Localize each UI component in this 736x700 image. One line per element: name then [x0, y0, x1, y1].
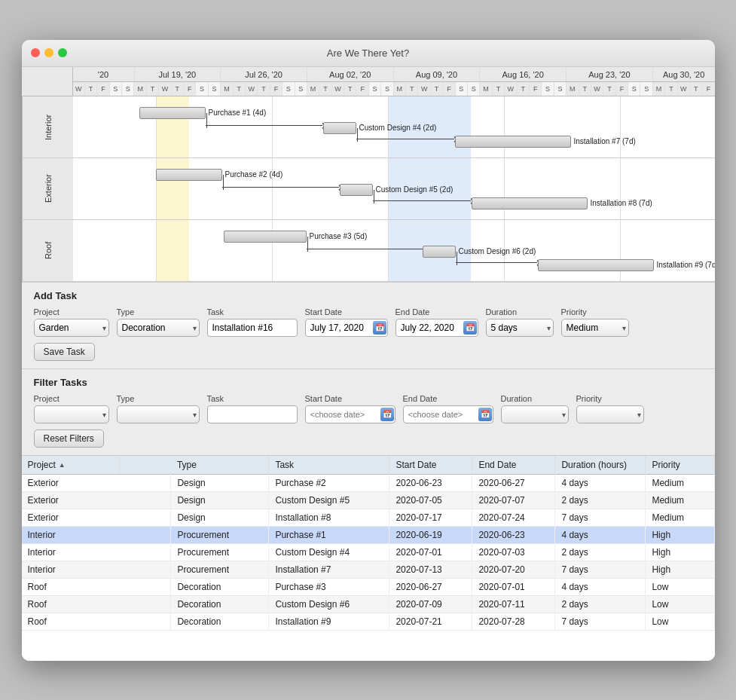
- week-label-4: Aug 09, '20: [394, 67, 481, 81]
- maximize-button[interactable]: [58, 48, 67, 57]
- type-select-wrapper[interactable]: Decoration Design Procurement: [117, 319, 200, 337]
- priority-select-wrapper[interactable]: Low Medium High: [561, 319, 629, 337]
- col-task[interactable]: Task: [269, 456, 389, 475]
- filter-task-group: Task: [207, 394, 298, 423]
- project-select[interactable]: Garden Interior Exterior Roof: [34, 319, 109, 337]
- filter-priority-select[interactable]: [576, 405, 644, 423]
- filter-project-select[interactable]: [34, 405, 109, 423]
- table-row: ExteriorDesignCustom Design #52020-07-05…: [22, 491, 715, 509]
- gantt-bar-roof-2: Custom Design #6 (2d): [423, 246, 536, 258]
- filter-start-date-icon[interactable]: [380, 408, 394, 421]
- project-field-group: Project Garden Interior Exterior Roof: [34, 307, 109, 337]
- gantt-bar-interior-1: Purchase #1 (4d): [139, 107, 267, 119]
- week-label-0: '20: [73, 67, 135, 81]
- col-end-date[interactable]: End Date: [472, 456, 555, 475]
- gantt-bar-exterior-3: Installation #8 (7d): [472, 197, 652, 209]
- gantt-label-exterior: Exterior: [22, 158, 73, 219]
- filter-end-date-label: End Date: [403, 394, 493, 403]
- project-select-wrapper[interactable]: Garden Interior Exterior Roof: [34, 319, 109, 337]
- filter-project-group: Project: [34, 394, 109, 423]
- table-row: InteriorProcurementPurchase #12020-06-19…: [22, 526, 715, 543]
- duration-field-group: Duration 1 days 2 days 3 days 4 days 5 d…: [486, 307, 554, 337]
- add-task-form-row: Project Garden Interior Exterior Roof Ty…: [34, 307, 703, 337]
- filter-priority-label: Priority: [576, 394, 644, 403]
- filter-type-group: Type: [117, 394, 200, 423]
- task-table-section: Project ▲ Type Task Start Date End Date …: [22, 456, 715, 661]
- filter-end-date-wrapper: [403, 405, 493, 423]
- table-row: ExteriorDesignPurchase #22020-06-232020-…: [22, 474, 715, 491]
- col-priority[interactable]: Priority: [646, 456, 714, 475]
- filter-task-input[interactable]: [207, 405, 298, 423]
- start-date-wrapper: [305, 319, 388, 337]
- gantt-content-exterior: Purchase #2 (4d) Custom Design #5 (2d) I…: [73, 158, 715, 219]
- window-controls: [31, 48, 67, 57]
- week-label-5: Aug 16, '20: [480, 67, 567, 81]
- gantt-row-exterior: Exterior Purchase #2 (4d): [22, 158, 715, 220]
- save-task-button[interactable]: Save Task: [34, 343, 95, 361]
- filter-priority-select-wrapper[interactable]: [576, 405, 644, 423]
- week-label-1: Jul 19, '20: [135, 67, 221, 81]
- duration-label: Duration: [486, 307, 554, 316]
- gantt-bar-roof-1: Purchase #3 (5d): [224, 231, 368, 243]
- filter-tasks-title: Filter Tasks: [34, 377, 703, 388]
- task-table: Project ▲ Type Task Start Date End Date …: [22, 456, 715, 631]
- gantt-row-interior: Interior Purchase #1 (4d): [22, 96, 715, 158]
- week-label-6: Aug 23, '20: [567, 67, 653, 81]
- filter-project-label: Project: [34, 394, 109, 403]
- table-row: ExteriorDesignInstallation #82020-07-172…: [22, 509, 715, 526]
- table-header-row: Project ▲ Type Task Start Date End Date …: [22, 456, 715, 475]
- gantt-content-roof: Purchase #3 (5d) Custom Design #6 (2d) I…: [73, 220, 715, 281]
- duration-select-wrapper[interactable]: 1 days 2 days 3 days 4 days 5 days 6 day…: [486, 319, 554, 337]
- end-date-wrapper: [395, 319, 478, 337]
- filter-duration-select-wrapper[interactable]: [501, 405, 569, 423]
- gantt-bar-roof-3: Installation #9 (7d): [538, 259, 715, 271]
- filter-duration-select[interactable]: [501, 405, 569, 423]
- filter-tasks-form-row: Project Type Task S: [34, 394, 703, 423]
- table-body: ExteriorDesignPurchase #22020-06-232020-…: [22, 474, 715, 630]
- sort-arrow-project: ▲: [59, 461, 66, 469]
- end-date-icon[interactable]: [463, 321, 477, 335]
- filter-type-label: Type: [117, 394, 200, 403]
- add-task-title: Add Task: [34, 290, 703, 301]
- end-date-label: End Date: [395, 307, 478, 316]
- col-type[interactable]: Type: [171, 456, 269, 475]
- col-duration[interactable]: Duration (hours): [555, 456, 646, 475]
- filter-end-date-group: End Date: [403, 394, 493, 423]
- day-labels-row: W T F S S M T W T F S S M T W: [73, 82, 715, 96]
- table-row: RoofDecorationPurchase #32020-06-272020-…: [22, 578, 715, 595]
- type-select[interactable]: Decoration Design Procurement: [117, 319, 200, 337]
- titlebar: Are We There Yet?: [22, 40, 715, 67]
- week-label-3: Aug 02, '20: [307, 67, 394, 81]
- filter-type-select[interactable]: [117, 405, 200, 423]
- filter-type-select-wrapper[interactable]: [117, 405, 200, 423]
- filter-project-select-wrapper[interactable]: [34, 405, 109, 423]
- priority-label: Priority: [561, 307, 629, 316]
- priority-select[interactable]: Low Medium High: [561, 319, 629, 337]
- add-task-section: Add Task Project Garden Interior Exterio…: [22, 283, 715, 369]
- filter-start-date-wrapper: [305, 405, 395, 423]
- col-start-date[interactable]: Start Date: [389, 456, 472, 475]
- table-header: Project ▲ Type Task Start Date End Date …: [22, 456, 715, 475]
- table-row: InteriorProcurementCustom Design #42020-…: [22, 543, 715, 561]
- week-label-7: Aug 30, '20: [653, 67, 715, 81]
- filter-priority-group: Priority: [576, 394, 644, 423]
- col-project[interactable]: Project ▲: [22, 456, 120, 474]
- filter-start-date-group: Start Date: [305, 394, 395, 423]
- gantt-row-roof: Roof Purchase #3 (5d): [22, 220, 715, 282]
- start-date-icon[interactable]: [373, 321, 386, 335]
- duration-select[interactable]: 1 days 2 days 3 days 4 days 5 days 6 day…: [486, 319, 554, 337]
- task-input[interactable]: [207, 319, 298, 337]
- priority-field-group: Priority Low Medium High: [561, 307, 629, 337]
- gantt-bar-interior-3: Installation #7 (7d): [455, 136, 636, 148]
- table-row: RoofDecorationInstallation #92020-07-212…: [22, 613, 715, 630]
- reset-filters-button[interactable]: Reset Filters: [34, 429, 104, 448]
- close-button[interactable]: [31, 48, 40, 57]
- gantt-chart: '20 Jul 19, '20 Jul 26, '20 Aug 02, '20 …: [22, 67, 715, 283]
- type-field-group: Type Decoration Design Procurement: [117, 307, 200, 337]
- window-title: Are We There Yet?: [327, 47, 409, 59]
- week-label-2: Jul 26, '20: [221, 67, 307, 81]
- filter-end-date-icon[interactable]: [478, 408, 492, 421]
- start-date-field-group: Start Date: [305, 307, 388, 337]
- filter-duration-group: Duration: [501, 394, 569, 423]
- minimize-button[interactable]: [44, 48, 53, 57]
